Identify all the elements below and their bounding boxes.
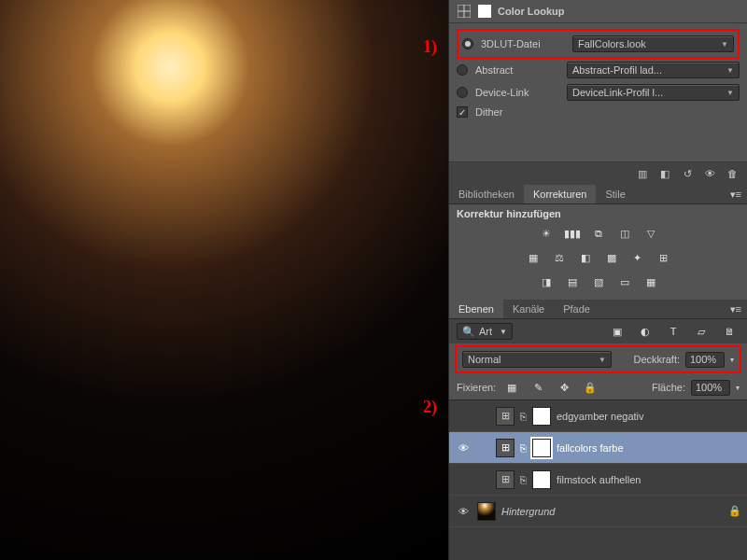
exposure-icon[interactable]: ◫	[614, 225, 635, 242]
visibility-toggle[interactable]: 👁	[455, 440, 472, 456]
lock-pixels-icon[interactable]: ✎	[528, 379, 548, 396]
visibility-toggle[interactable]	[455, 408, 472, 425]
layer-name[interactable]: filmstock aufhellen	[557, 474, 641, 485]
adjustment-thumb: ⊞	[496, 407, 514, 426]
visibility-toggle[interactable]: 👁	[455, 503, 472, 520]
tab-pfade[interactable]: Pfade	[554, 300, 599, 318]
tab-korrekturen[interactable]: Korrekturen	[524, 185, 596, 203]
filter-adjust-icon[interactable]: ◐	[635, 323, 655, 340]
mask-thumb[interactable]	[532, 407, 551, 426]
invert-icon[interactable]: ◨	[536, 273, 557, 290]
mask-thumb[interactable]	[532, 439, 551, 457]
lut-row: 3DLUT-Datei FallColors.look▼	[462, 33, 734, 55]
abstract-row: Abstract Abstract-Profil lad...▼	[457, 59, 740, 81]
bw-icon[interactable]: ◧	[575, 249, 596, 266]
devicelink-dropdown[interactable]: DeviceLink-Profil l...▼	[567, 84, 740, 101]
dither-row: ✓ Dither	[457, 104, 740, 120]
lock-label: Fixieren:	[457, 382, 496, 393]
brightness-icon[interactable]: ☀	[536, 225, 557, 242]
opacity-value[interactable]: 100%	[685, 352, 725, 368]
blend-opacity-row: Normal▼ Deckkraft: 100% ▾	[460, 349, 736, 370]
adjustment-thumb: ⊞	[496, 439, 514, 457]
mask-icon	[477, 4, 492, 19]
dither-label: Dither	[475, 106, 502, 118]
color-lookup-title: Color Lookup	[498, 6, 565, 17]
grid-icon	[457, 4, 472, 19]
view-prev-icon[interactable]: ◧	[657, 166, 672, 181]
curves-icon[interactable]: ⧉	[588, 225, 609, 242]
layer-filter-dropdown[interactable]: 🔍 Art ▼	[457, 323, 513, 340]
vibrance-icon[interactable]: ▽	[641, 225, 661, 242]
lock-position-icon[interactable]: ✥	[554, 379, 574, 396]
tab-ebenen[interactable]: Ebenen	[449, 300, 503, 318]
fill-label: Fläche:	[652, 382, 685, 393]
abstract-dropdown[interactable]: Abstract-Profil lad...▼	[567, 62, 740, 78]
visibility-icon[interactable]: 👁	[702, 166, 717, 181]
layer-row[interactable]: ⊞ ⎘ filmstock aufhellen	[449, 464, 747, 496]
annotation-2: 2)	[423, 398, 437, 417]
highlight-lut-row: 3DLUT-Datei FallColors.look▼	[457, 29, 740, 59]
devicelink-row: Device-Link DeviceLink-Profil l...▼	[457, 81, 740, 104]
selective-color-icon[interactable]: ▦	[641, 273, 661, 290]
adjustments-tabs: Bibliotheken Korrekturen Stile ▾≡	[449, 185, 747, 204]
tab-bibliotheken[interactable]: Bibliotheken	[449, 185, 524, 203]
tab-kanaele[interactable]: Kanäle	[503, 300, 554, 318]
photo-filter-icon[interactable]: ▩	[601, 249, 622, 266]
posterize-icon[interactable]: ▤	[562, 273, 583, 290]
lock-icon: 🔒	[728, 505, 741, 517]
mask-thumb[interactable]	[532, 470, 551, 489]
devicelink-label: Device-Link	[475, 87, 559, 98]
filter-shape-icon[interactable]: ▱	[691, 323, 712, 340]
opacity-slider-icon[interactable]: ▾	[730, 356, 734, 364]
panel-menu-icon[interactable]: ▾≡	[725, 189, 747, 201]
color-balance-icon[interactable]: ⚖	[549, 249, 570, 266]
layers-menu-icon[interactable]: ▾≡	[725, 303, 747, 315]
levels-icon[interactable]: ▮▮▮	[562, 225, 583, 242]
highlight-blend-row: Normal▼ Deckkraft: 100% ▾	[455, 345, 741, 373]
dither-checkbox[interactable]: ✓	[457, 106, 468, 118]
trash-icon[interactable]: 🗑	[725, 166, 740, 181]
layer-row[interactable]: 👁 Hintergrund 🔒	[449, 496, 747, 527]
adjustment-icons-row1: ☀ ▮▮▮ ⧉ ◫ ▽	[449, 223, 747, 247]
reset-icon[interactable]: ↺	[680, 166, 695, 181]
layer-list: ⊞ ⎘ edgyamber negativ 👁 ⊞ ⎘ fallcolors f…	[449, 399, 747, 560]
hue-icon[interactable]: ▦	[523, 249, 543, 266]
link-icon: ⎘	[520, 411, 527, 422]
color-lookup-icon[interactable]: ⊞	[654, 249, 674, 266]
layer-name[interactable]: Hintergrund	[501, 506, 555, 517]
threshold-icon[interactable]: ▧	[588, 273, 609, 290]
lock-all-icon[interactable]: 🔒	[580, 379, 600, 396]
fill-value[interactable]: 100%	[691, 380, 730, 396]
devicelink-radio[interactable]	[457, 87, 468, 98]
filter-type-icon[interactable]: T	[663, 323, 684, 340]
annotation-1: 1)	[423, 37, 437, 57]
visibility-toggle[interactable]	[455, 471, 472, 488]
layer-row[interactable]: 👁 ⊞ ⎘ fallcolors farbe	[449, 432, 747, 464]
lut-radio[interactable]	[462, 38, 473, 49]
filter-pixel-icon[interactable]: ▣	[607, 323, 627, 340]
abstract-radio[interactable]	[457, 64, 468, 76]
tab-stile[interactable]: Stile	[596, 185, 634, 203]
color-lookup-body: 3DLUT-Datei FallColors.look▼ Abstract Ab…	[449, 23, 747, 126]
layers-tabs: Ebenen Kanäle Pfade ▾≡	[449, 300, 747, 319]
lut-dropdown[interactable]: FallColors.look▼	[572, 35, 734, 52]
color-lookup-header: Color Lookup	[449, 0, 747, 23]
clip-icon[interactable]: ▥	[635, 166, 650, 181]
svg-rect-3	[478, 5, 491, 18]
document-canvas[interactable]: 1) 2)	[0, 0, 448, 560]
adjustments-subtitle: Korrektur hinzufügen	[449, 204, 747, 223]
layer-row[interactable]: ⊞ ⎘ edgyamber negativ	[449, 400, 747, 432]
lock-transparency-icon[interactable]: ▦	[501, 379, 522, 396]
channel-mixer-icon[interactable]: ✦	[627, 249, 648, 266]
layer-name[interactable]: edgyamber negativ	[557, 411, 644, 422]
fill-slider-icon[interactable]: ▾	[736, 384, 740, 392]
blend-mode-dropdown[interactable]: Normal▼	[462, 351, 612, 368]
filter-smart-icon[interactable]: 🗎	[719, 323, 740, 340]
link-icon: ⎘	[520, 474, 527, 485]
gradient-map-icon[interactable]: ▭	[614, 273, 635, 290]
abstract-label: Abstract	[475, 64, 559, 76]
layer-name[interactable]: fallcolors farbe	[557, 442, 624, 454]
adjustment-thumb: ⊞	[496, 470, 514, 489]
opacity-label: Deckkraft:	[633, 354, 680, 365]
layer-filter-row: 🔍 Art ▼ ▣ ◐ T ▱ 🗎	[449, 319, 747, 343]
